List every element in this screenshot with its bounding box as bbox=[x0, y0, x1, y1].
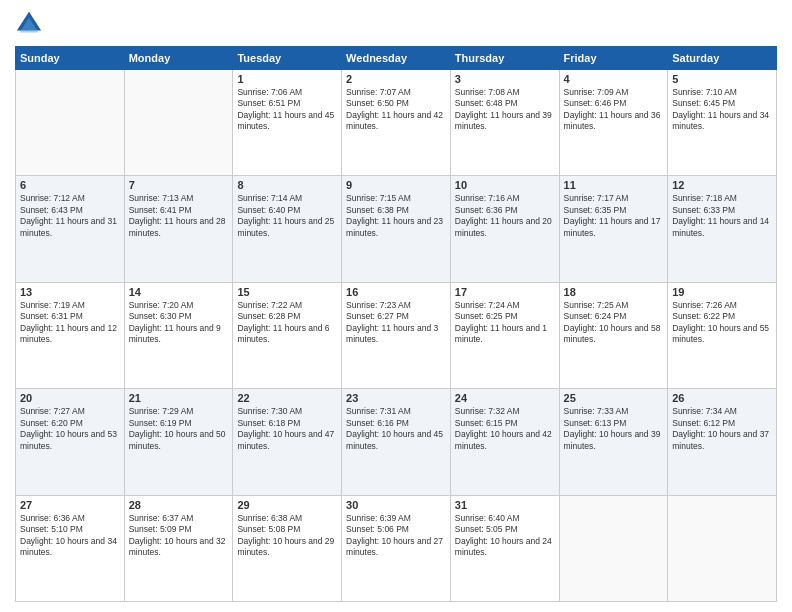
day-number: 6 bbox=[20, 179, 120, 191]
day-number: 12 bbox=[672, 179, 772, 191]
week-row-2: 6Sunrise: 7:12 AM Sunset: 6:43 PM Daylig… bbox=[16, 176, 777, 282]
day-details: Sunrise: 6:38 AM Sunset: 5:08 PM Dayligh… bbox=[237, 513, 337, 559]
day-number: 17 bbox=[455, 286, 555, 298]
day-details: Sunrise: 6:40 AM Sunset: 5:05 PM Dayligh… bbox=[455, 513, 555, 559]
calendar-cell: 8Sunrise: 7:14 AM Sunset: 6:40 PM Daylig… bbox=[233, 176, 342, 282]
calendar-cell: 11Sunrise: 7:17 AM Sunset: 6:35 PM Dayli… bbox=[559, 176, 668, 282]
day-number: 23 bbox=[346, 392, 446, 404]
logo bbox=[15, 10, 47, 38]
calendar-cell: 21Sunrise: 7:29 AM Sunset: 6:19 PM Dayli… bbox=[124, 389, 233, 495]
calendar-cell: 1Sunrise: 7:06 AM Sunset: 6:51 PM Daylig… bbox=[233, 70, 342, 176]
day-number: 29 bbox=[237, 499, 337, 511]
calendar-cell: 23Sunrise: 7:31 AM Sunset: 6:16 PM Dayli… bbox=[342, 389, 451, 495]
day-number: 4 bbox=[564, 73, 664, 85]
day-details: Sunrise: 7:33 AM Sunset: 6:13 PM Dayligh… bbox=[564, 406, 664, 452]
calendar-cell: 18Sunrise: 7:25 AM Sunset: 6:24 PM Dayli… bbox=[559, 282, 668, 388]
day-number: 10 bbox=[455, 179, 555, 191]
calendar-cell: 25Sunrise: 7:33 AM Sunset: 6:13 PM Dayli… bbox=[559, 389, 668, 495]
calendar-cell: 30Sunrise: 6:39 AM Sunset: 5:06 PM Dayli… bbox=[342, 495, 451, 601]
day-details: Sunrise: 7:10 AM Sunset: 6:45 PM Dayligh… bbox=[672, 87, 772, 133]
calendar-cell: 4Sunrise: 7:09 AM Sunset: 6:46 PM Daylig… bbox=[559, 70, 668, 176]
day-details: Sunrise: 6:37 AM Sunset: 5:09 PM Dayligh… bbox=[129, 513, 229, 559]
calendar-cell: 14Sunrise: 7:20 AM Sunset: 6:30 PM Dayli… bbox=[124, 282, 233, 388]
day-details: Sunrise: 7:18 AM Sunset: 6:33 PM Dayligh… bbox=[672, 193, 772, 239]
calendar-cell: 17Sunrise: 7:24 AM Sunset: 6:25 PM Dayli… bbox=[450, 282, 559, 388]
day-details: Sunrise: 7:09 AM Sunset: 6:46 PM Dayligh… bbox=[564, 87, 664, 133]
day-number: 7 bbox=[129, 179, 229, 191]
week-row-4: 20Sunrise: 7:27 AM Sunset: 6:20 PM Dayli… bbox=[16, 389, 777, 495]
day-number: 5 bbox=[672, 73, 772, 85]
header-row: SundayMondayTuesdayWednesdayThursdayFrid… bbox=[16, 47, 777, 70]
column-header-wednesday: Wednesday bbox=[342, 47, 451, 70]
day-details: Sunrise: 7:07 AM Sunset: 6:50 PM Dayligh… bbox=[346, 87, 446, 133]
day-number: 2 bbox=[346, 73, 446, 85]
day-details: Sunrise: 7:23 AM Sunset: 6:27 PM Dayligh… bbox=[346, 300, 446, 346]
day-details: Sunrise: 7:14 AM Sunset: 6:40 PM Dayligh… bbox=[237, 193, 337, 239]
column-header-tuesday: Tuesday bbox=[233, 47, 342, 70]
week-row-1: 1Sunrise: 7:06 AM Sunset: 6:51 PM Daylig… bbox=[16, 70, 777, 176]
logo-icon bbox=[15, 10, 43, 38]
day-number: 9 bbox=[346, 179, 446, 191]
column-header-thursday: Thursday bbox=[450, 47, 559, 70]
calendar-cell: 15Sunrise: 7:22 AM Sunset: 6:28 PM Dayli… bbox=[233, 282, 342, 388]
calendar-cell: 12Sunrise: 7:18 AM Sunset: 6:33 PM Dayli… bbox=[668, 176, 777, 282]
calendar-cell: 6Sunrise: 7:12 AM Sunset: 6:43 PM Daylig… bbox=[16, 176, 125, 282]
calendar-cell: 3Sunrise: 7:08 AM Sunset: 6:48 PM Daylig… bbox=[450, 70, 559, 176]
day-number: 18 bbox=[564, 286, 664, 298]
day-number: 8 bbox=[237, 179, 337, 191]
day-number: 22 bbox=[237, 392, 337, 404]
column-header-saturday: Saturday bbox=[668, 47, 777, 70]
day-details: Sunrise: 7:20 AM Sunset: 6:30 PM Dayligh… bbox=[129, 300, 229, 346]
calendar-cell: 31Sunrise: 6:40 AM Sunset: 5:05 PM Dayli… bbox=[450, 495, 559, 601]
calendar-cell: 16Sunrise: 7:23 AM Sunset: 6:27 PM Dayli… bbox=[342, 282, 451, 388]
calendar-cell bbox=[559, 495, 668, 601]
column-header-sunday: Sunday bbox=[16, 47, 125, 70]
calendar-cell: 5Sunrise: 7:10 AM Sunset: 6:45 PM Daylig… bbox=[668, 70, 777, 176]
column-header-friday: Friday bbox=[559, 47, 668, 70]
day-details: Sunrise: 7:16 AM Sunset: 6:36 PM Dayligh… bbox=[455, 193, 555, 239]
calendar-cell: 10Sunrise: 7:16 AM Sunset: 6:36 PM Dayli… bbox=[450, 176, 559, 282]
calendar-cell: 24Sunrise: 7:32 AM Sunset: 6:15 PM Dayli… bbox=[450, 389, 559, 495]
day-details: Sunrise: 7:13 AM Sunset: 6:41 PM Dayligh… bbox=[129, 193, 229, 239]
day-details: Sunrise: 7:12 AM Sunset: 6:43 PM Dayligh… bbox=[20, 193, 120, 239]
day-details: Sunrise: 7:15 AM Sunset: 6:38 PM Dayligh… bbox=[346, 193, 446, 239]
day-number: 1 bbox=[237, 73, 337, 85]
page: SundayMondayTuesdayWednesdayThursdayFrid… bbox=[0, 0, 792, 612]
day-details: Sunrise: 6:36 AM Sunset: 5:10 PM Dayligh… bbox=[20, 513, 120, 559]
day-details: Sunrise: 7:34 AM Sunset: 6:12 PM Dayligh… bbox=[672, 406, 772, 452]
calendar-cell bbox=[668, 495, 777, 601]
day-details: Sunrise: 7:24 AM Sunset: 6:25 PM Dayligh… bbox=[455, 300, 555, 346]
calendar-cell bbox=[124, 70, 233, 176]
day-number: 25 bbox=[564, 392, 664, 404]
calendar-cell: 20Sunrise: 7:27 AM Sunset: 6:20 PM Dayli… bbox=[16, 389, 125, 495]
calendar-cell: 13Sunrise: 7:19 AM Sunset: 6:31 PM Dayli… bbox=[16, 282, 125, 388]
day-number: 28 bbox=[129, 499, 229, 511]
day-number: 11 bbox=[564, 179, 664, 191]
calendar-cell: 19Sunrise: 7:26 AM Sunset: 6:22 PM Dayli… bbox=[668, 282, 777, 388]
calendar-cell: 26Sunrise: 7:34 AM Sunset: 6:12 PM Dayli… bbox=[668, 389, 777, 495]
day-number: 20 bbox=[20, 392, 120, 404]
day-number: 21 bbox=[129, 392, 229, 404]
week-row-3: 13Sunrise: 7:19 AM Sunset: 6:31 PM Dayli… bbox=[16, 282, 777, 388]
day-number: 30 bbox=[346, 499, 446, 511]
calendar-cell: 22Sunrise: 7:30 AM Sunset: 6:18 PM Dayli… bbox=[233, 389, 342, 495]
calendar-cell bbox=[16, 70, 125, 176]
calendar-table: SundayMondayTuesdayWednesdayThursdayFrid… bbox=[15, 46, 777, 602]
day-details: Sunrise: 7:32 AM Sunset: 6:15 PM Dayligh… bbox=[455, 406, 555, 452]
calendar-cell: 27Sunrise: 6:36 AM Sunset: 5:10 PM Dayli… bbox=[16, 495, 125, 601]
day-details: Sunrise: 7:26 AM Sunset: 6:22 PM Dayligh… bbox=[672, 300, 772, 346]
day-details: Sunrise: 7:19 AM Sunset: 6:31 PM Dayligh… bbox=[20, 300, 120, 346]
day-number: 24 bbox=[455, 392, 555, 404]
calendar-cell: 7Sunrise: 7:13 AM Sunset: 6:41 PM Daylig… bbox=[124, 176, 233, 282]
day-number: 19 bbox=[672, 286, 772, 298]
day-details: Sunrise: 6:39 AM Sunset: 5:06 PM Dayligh… bbox=[346, 513, 446, 559]
day-number: 13 bbox=[20, 286, 120, 298]
day-details: Sunrise: 7:22 AM Sunset: 6:28 PM Dayligh… bbox=[237, 300, 337, 346]
day-number: 31 bbox=[455, 499, 555, 511]
calendar-cell: 9Sunrise: 7:15 AM Sunset: 6:38 PM Daylig… bbox=[342, 176, 451, 282]
day-number: 14 bbox=[129, 286, 229, 298]
day-details: Sunrise: 7:31 AM Sunset: 6:16 PM Dayligh… bbox=[346, 406, 446, 452]
day-details: Sunrise: 7:29 AM Sunset: 6:19 PM Dayligh… bbox=[129, 406, 229, 452]
day-number: 16 bbox=[346, 286, 446, 298]
calendar-cell: 29Sunrise: 6:38 AM Sunset: 5:08 PM Dayli… bbox=[233, 495, 342, 601]
